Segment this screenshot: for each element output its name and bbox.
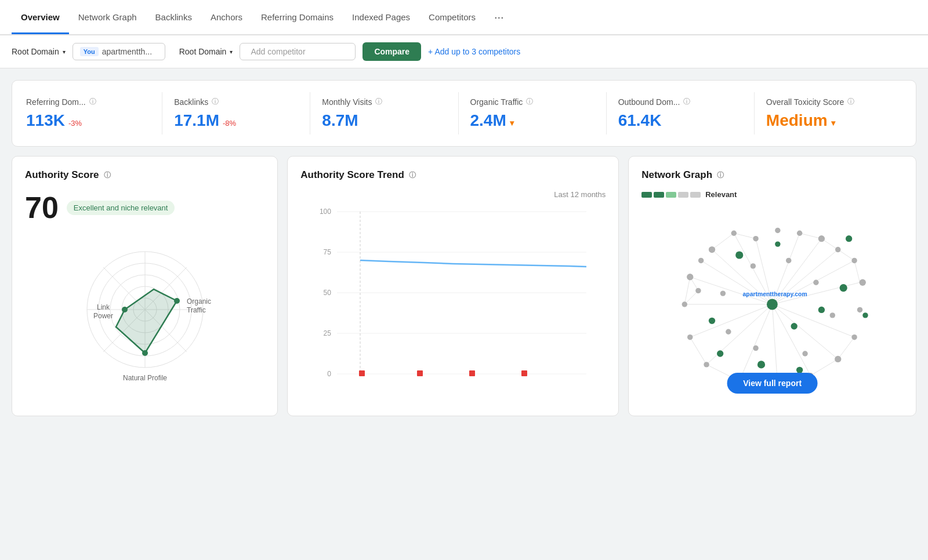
stat-value-organic: 2.4M xyxy=(470,111,506,130)
root-domain-dropdown-1[interactable]: Root Domain ▾ xyxy=(12,47,66,56)
nav-backlinks[interactable]: Backlinks xyxy=(146,2,201,34)
main-content: Referring Dom... ⓘ 113K -3% Backlinks ⓘ … xyxy=(0,68,928,428)
svg-point-86 xyxy=(698,258,704,263)
svg-point-72 xyxy=(818,235,825,242)
organic-arrow[interactable]: ▾ xyxy=(510,118,514,128)
svg-line-54 xyxy=(712,233,734,249)
authority-title: Authority Score xyxy=(25,169,99,181)
svg-line-48 xyxy=(740,304,773,381)
legend-label: Relevant xyxy=(705,190,737,199)
svg-point-94 xyxy=(786,258,791,263)
info-icon-monthly[interactable]: ⓘ xyxy=(375,97,382,107)
svg-point-89 xyxy=(726,329,731,334)
svg-point-68 xyxy=(731,231,737,236)
info-icon-authority[interactable]: ⓘ xyxy=(104,170,111,180)
svg-point-97 xyxy=(735,251,743,259)
svg-point-88 xyxy=(720,290,726,296)
nav-indexed-pages[interactable]: Indexed Pages xyxy=(343,2,419,34)
svg-point-105 xyxy=(862,312,868,318)
svg-marker-9 xyxy=(116,289,177,353)
toxicity-arrow[interactable]: ▾ xyxy=(831,118,835,128)
toolbar: Root Domain ▾ You apartmentth... Root Do… xyxy=(0,35,928,68)
svg-point-71 xyxy=(797,231,802,236)
stat-value-outbound: 61.4K xyxy=(618,111,662,130)
svg-point-101 xyxy=(709,318,715,324)
network-graph-card: Network Graph ⓘ Relevant xyxy=(628,156,916,416)
svg-rect-31 xyxy=(469,370,475,376)
svg-text:75: 75 xyxy=(324,248,332,256)
stat-value-toxicity: Medium xyxy=(766,111,828,130)
root-domain-dropdown-2[interactable]: Root Domain ▾ xyxy=(179,47,233,56)
info-icon-referring[interactable]: ⓘ xyxy=(89,97,96,107)
network-legend: Relevant xyxy=(641,190,903,199)
svg-point-75 xyxy=(860,279,866,286)
info-icon-toxicity[interactable]: ⓘ xyxy=(847,97,854,107)
svg-text:apartmenttherapy.com: apartmenttherapy.com xyxy=(743,291,807,297)
svg-point-99 xyxy=(846,235,852,242)
svg-line-56 xyxy=(800,233,822,238)
svg-text:100: 100 xyxy=(320,208,331,216)
domain-input[interactable]: You apartmentth... xyxy=(72,43,165,60)
svg-line-49 xyxy=(706,304,772,365)
stat-monthly-visits: Monthly Visits ⓘ 8.7M xyxy=(310,92,458,134)
stat-value-backlinks: 17.1M xyxy=(174,111,219,130)
chevron-down-icon: ▾ xyxy=(63,49,66,55)
stats-card: Referring Dom... ⓘ 113K -3% Backlinks ⓘ … xyxy=(12,80,916,147)
info-icon-backlinks[interactable]: ⓘ xyxy=(212,97,219,107)
svg-point-102 xyxy=(791,323,798,329)
stat-label-backlinks: Backlinks xyxy=(174,97,208,107)
svg-point-69 xyxy=(753,236,759,241)
svg-text:25: 25 xyxy=(324,329,332,337)
svg-line-61 xyxy=(811,359,838,375)
svg-text:0: 0 xyxy=(328,370,332,377)
network-title: Network Graph xyxy=(641,169,712,181)
nav-competitors[interactable]: Competitors xyxy=(419,2,485,34)
authority-score-card: Authority Score ⓘ 70 Excellent and niche… xyxy=(12,156,278,416)
view-full-report-button[interactable]: View full report xyxy=(727,373,818,394)
nav-anchors[interactable]: Anchors xyxy=(201,2,252,34)
svg-point-78 xyxy=(835,356,841,362)
svg-point-11 xyxy=(174,298,180,304)
stat-label-outbound: Outbound Dom... xyxy=(618,97,680,107)
info-icon-organic[interactable]: ⓘ xyxy=(526,97,533,107)
trend-title: Authority Score Trend xyxy=(300,169,404,181)
nav-referring-domains[interactable]: Referring Domains xyxy=(252,2,343,34)
svg-point-73 xyxy=(835,247,840,252)
domain-value: apartmentth... xyxy=(102,47,152,56)
stat-organic-traffic: Organic Traffic ⓘ 2.4M ▾ xyxy=(459,92,607,134)
stat-value-monthly: 8.7M xyxy=(322,111,358,130)
svg-line-50 xyxy=(690,304,773,337)
competitor-placeholder: Add competitor xyxy=(251,47,305,56)
cards-row: Authority Score ⓘ 70 Excellent and niche… xyxy=(12,156,916,416)
svg-point-95 xyxy=(751,263,756,268)
add-competitors-link[interactable]: + Add up to 3 competitors xyxy=(428,47,520,56)
svg-point-84 xyxy=(682,301,687,307)
svg-point-103 xyxy=(818,307,825,313)
svg-point-91 xyxy=(803,351,808,356)
svg-point-70 xyxy=(775,228,780,233)
stat-change-backlinks: -8% xyxy=(223,119,236,128)
svg-rect-32 xyxy=(521,370,527,376)
stat-label-referring: Referring Dom... xyxy=(26,97,86,107)
svg-point-74 xyxy=(852,258,857,263)
competitor-input[interactable]: Add competitor xyxy=(240,43,356,60)
nav-bar: Overview Network Graph Backlinks Anchors… xyxy=(0,0,928,35)
info-icon-outbound[interactable]: ⓘ xyxy=(683,97,690,107)
nav-more[interactable]: ··· xyxy=(490,0,509,34)
compare-button[interactable]: Compare xyxy=(362,42,421,61)
svg-point-10 xyxy=(122,307,128,312)
info-icon-trend[interactable]: ⓘ xyxy=(409,170,416,180)
radar-chart: Link Power Organic Traffic Natural Profi… xyxy=(64,234,226,385)
nav-network-graph[interactable]: Network Graph xyxy=(69,2,146,34)
trend-card: Authority Score Trend ⓘ Last 12 months 1… xyxy=(287,156,619,416)
svg-text:Link: Link xyxy=(97,303,110,311)
svg-point-85 xyxy=(687,274,693,280)
nav-overview[interactable]: Overview xyxy=(12,2,69,34)
svg-line-44 xyxy=(773,304,855,337)
info-icon-network[interactable]: ⓘ xyxy=(717,170,724,180)
svg-line-60 xyxy=(838,337,854,359)
svg-point-100 xyxy=(757,361,765,368)
svg-line-66 xyxy=(684,290,698,304)
trend-chart: 100 75 50 25 0 xyxy=(300,203,606,377)
authority-score-number: 70 xyxy=(25,190,59,225)
